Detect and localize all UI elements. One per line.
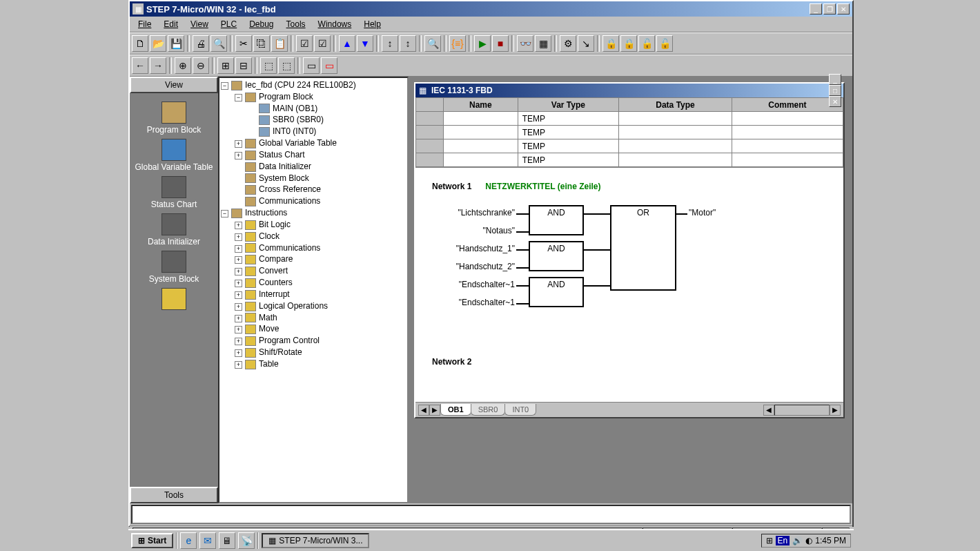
open-icon[interactable]: 📂: [150, 35, 166, 52]
tool2-icon[interactable]: ↘: [578, 35, 594, 52]
copy-icon[interactable]: ⿻: [253, 35, 270, 52]
print-icon[interactable]: 🖨: [193, 35, 209, 52]
unlock-icon[interactable]: 🔓: [638, 35, 655, 52]
col-vartype[interactable]: Var Type: [518, 98, 618, 112]
tree-instruction-item[interactable]: +Counters: [221, 277, 406, 289]
compile-all-icon[interactable]: ☑: [314, 35, 331, 52]
menu-edit[interactable]: Edit: [158, 18, 184, 30]
tree-instruction-item[interactable]: +Interrupt: [221, 289, 406, 300]
table-row[interactable]: TEMP: [416, 112, 843, 126]
tray-icon-2[interactable]: ◐: [805, 536, 812, 545]
fbd-maximize-button[interactable]: □: [829, 85, 841, 96]
table-row[interactable]: TEMP: [416, 153, 843, 167]
download-icon[interactable]: ▼: [357, 35, 373, 52]
tab-ob1[interactable]: OB1: [440, 404, 471, 416]
search-icon[interactable]: 🔍: [424, 35, 441, 52]
tree-instruction-item[interactable]: +Compare: [221, 253, 406, 265]
variable-table[interactable]: Name Var Type Data Type Comment TEMP TEM…: [415, 97, 843, 167]
tree-root[interactable]: −Iec_fbd (CPU 224 REL100B2): [221, 79, 406, 91]
signal-handschutz2[interactable]: "Handschutz_2": [432, 262, 515, 271]
menu-help[interactable]: Help: [358, 18, 386, 30]
tray-icon-1[interactable]: ⊞: [766, 536, 773, 545]
nav-status-chart[interactable]: Status Chart: [151, 176, 197, 209]
tree-instruction-item[interactable]: +Convert: [221, 265, 406, 277]
signal-motor[interactable]: "Motor": [689, 208, 716, 218]
tree-instruction-item[interactable]: +Clock: [221, 231, 406, 242]
signal-endschalter1a[interactable]: "Endschalter~1: [432, 280, 515, 289]
fbd-close-button[interactable]: ✕: [829, 96, 841, 107]
table-row[interactable]: TEMP: [416, 126, 843, 139]
block-or[interactable]: OR: [610, 205, 676, 291]
block-and-3[interactable]: AND: [529, 277, 584, 307]
output-area[interactable]: [131, 505, 851, 524]
sort-desc-icon[interactable]: ↕: [400, 35, 416, 52]
fbd-minimize-button[interactable]: _: [829, 74, 841, 85]
paste-icon[interactable]: 📋: [271, 35, 288, 52]
nav7-icon[interactable]: ▭: [303, 57, 320, 74]
nav-program-block[interactable]: Program Block: [147, 102, 202, 135]
tab-sbr0[interactable]: SBR0: [471, 404, 506, 416]
menu-tools[interactable]: Tools: [281, 18, 311, 30]
forward-icon[interactable]: →: [150, 57, 166, 74]
stop-icon[interactable]: ■: [492, 35, 509, 52]
nav-global-variable-table[interactable]: Global Variable Table: [135, 139, 213, 172]
network1-subtitle[interactable]: NETZWERKTITEL (eine Zeile): [485, 182, 600, 191]
col-comment[interactable]: Comment: [732, 98, 843, 112]
hscroll-track[interactable]: [774, 405, 830, 416]
nav3-icon[interactable]: ⊞: [217, 57, 234, 74]
tree-communications[interactable]: Communications: [221, 195, 406, 207]
tool-icon[interactable]: ⚙: [560, 35, 576, 52]
tree-instruction-item[interactable]: +Move: [221, 323, 406, 335]
menu-windows[interactable]: Windows: [313, 18, 357, 30]
col-datatype[interactable]: Data Type: [619, 98, 732, 112]
run-icon[interactable]: ▶: [474, 35, 491, 52]
save-icon[interactable]: 💾: [168, 35, 184, 52]
nav-data-initializer[interactable]: Data Initializer: [148, 213, 200, 246]
tree-int0[interactable]: INT0 (INT0): [221, 126, 406, 137]
nav6-icon[interactable]: ⬚: [278, 57, 295, 74]
nav1-icon[interactable]: ⊕: [175, 57, 191, 74]
quick-channel-icon[interactable]: 📡: [238, 532, 255, 549]
nav2-icon[interactable]: ⊖: [193, 57, 209, 74]
table-row[interactable]: TEMP: [416, 139, 843, 153]
tray-clock[interactable]: 1:45 PM: [815, 536, 846, 545]
quick-ie-icon[interactable]: e: [180, 532, 197, 549]
lock-icon[interactable]: 🔒: [602, 35, 619, 52]
tree-instruction-item[interactable]: +Shift/Rotate: [221, 347, 406, 358]
tree-instruction-item[interactable]: +Logical Operations: [221, 300, 406, 312]
lock2-icon[interactable]: 🔒: [620, 35, 637, 52]
tree-instruction-item[interactable]: +Communications: [221, 242, 406, 254]
menu-view[interactable]: View: [185, 18, 214, 30]
fbd-diagram[interactable]: "Lichtschranke" "Notaus" "Handschutz_1" …: [432, 205, 827, 329]
scroll-right-icon[interactable]: ▶: [830, 405, 841, 416]
tree-instruction-item[interactable]: +Table: [221, 358, 406, 370]
monitor-icon[interactable]: 👓: [517, 35, 533, 52]
task-step7[interactable]: ▦ STEP 7-Micro/WIN 3...: [262, 533, 369, 548]
fbd-editor[interactable]: Network 1 NETZWERKTITEL (eine Zeile) "Li…: [415, 167, 843, 402]
block-and-2[interactable]: AND: [529, 241, 584, 271]
tree-main-ob1[interactable]: MAIN (OB1): [221, 103, 406, 115]
new-icon[interactable]: 🗋: [132, 35, 148, 52]
block-and-1[interactable]: AND: [529, 205, 584, 235]
tree-data-init[interactable]: Data Initializer: [221, 161, 406, 173]
unlock2-icon[interactable]: 🔓: [656, 35, 673, 52]
project-tree[interactable]: −Iec_fbd (CPU 224 REL100B2) −Program Blo…: [218, 77, 409, 503]
tree-program-block[interactable]: −Program Block: [221, 91, 406, 103]
maximize-button[interactable]: ❐: [823, 3, 836, 14]
cut-icon[interactable]: ✂: [235, 35, 252, 52]
tab-int0[interactable]: INT0: [504, 404, 536, 416]
tree-instruction-item[interactable]: +Program Control: [221, 335, 406, 347]
col-name[interactable]: Name: [444, 98, 518, 112]
nav-system-block[interactable]: System Block: [149, 251, 199, 284]
quick-desktop-icon[interactable]: 🖥: [219, 532, 235, 549]
menu-file[interactable]: File: [133, 18, 157, 30]
sort-asc-icon[interactable]: ↕: [382, 35, 398, 52]
tree-instruction-item[interactable]: +Math: [221, 312, 406, 324]
nav4-icon[interactable]: ⊟: [235, 57, 252, 74]
tray-volume-icon[interactable]: 🔊: [792, 536, 803, 545]
nav8-icon[interactable]: ▭: [321, 57, 337, 74]
tab-nav-right-icon[interactable]: ▶: [429, 405, 440, 416]
scroll-left-icon[interactable]: ◀: [763, 405, 774, 416]
signal-lichtschranke[interactable]: "Lichtschranke": [432, 208, 515, 218]
options-icon[interactable]: {≡}: [449, 35, 466, 52]
